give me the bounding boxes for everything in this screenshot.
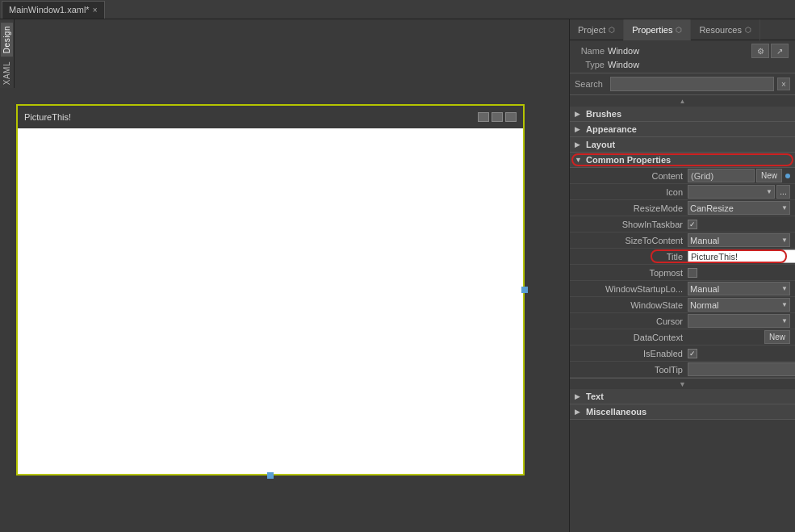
cursor-dropdown[interactable]: ▼ — [688, 314, 790, 328]
prop-row-title: Title — [570, 249, 795, 265]
tab-project-icon: ⬡ — [609, 26, 615, 34]
showintaskbar-value-area — [688, 220, 790, 229]
type-value: Window — [608, 60, 789, 69]
windowstate-arrow: ▼ — [781, 301, 788, 308]
cursor-value-area: ▼ — [688, 314, 790, 328]
misc-title: Miscellaneous — [586, 407, 646, 417]
type-label: Type — [576, 60, 605, 69]
section-common-properties[interactable]: ▼ Common Properties — [570, 153, 795, 168]
section-layout[interactable]: ▶ Layout — [570, 137, 795, 153]
windowstate-label: WindowState — [583, 300, 688, 310]
design-window-content — [18, 128, 523, 474]
side-tabs: Design XAML — [0, 19, 15, 88]
tab-mainwindow[interactable]: MainWindow1.xaml* × — [2, 1, 105, 19]
content-value: (Grid) — [688, 169, 755, 182]
content-value-area: (Grid) New — [688, 169, 790, 182]
section-miscellaneous[interactable]: ▶ Miscellaneous — [570, 404, 795, 420]
layout-arrow: ▶ — [575, 140, 583, 149]
content-label: Content — [583, 171, 688, 181]
title-label: Title — [583, 252, 688, 262]
sizetocontent-label: SizeToContent — [583, 236, 688, 245]
resizemode-value-area: CanResize ▼ — [688, 201, 790, 215]
name-icon-btn1[interactable]: ⚙ — [751, 44, 769, 58]
right-panel: Project ⬡ Properties ⬡ Resources ⬡ Name … — [569, 19, 795, 532]
windowstartuplo-dropdown[interactable]: Manual ▼ — [688, 282, 790, 295]
window-close-button[interactable] — [505, 112, 517, 122]
canvas-area: Design XAML PictureThis! — [0, 19, 569, 532]
datacontext-new-button[interactable]: New — [764, 330, 790, 344]
panel-tabs: Project ⬡ Properties ⬡ Resources ⬡ — [570, 19, 795, 40]
tab-properties[interactable]: Properties ⬡ — [624, 19, 691, 40]
resize-handle-bottom[interactable] — [267, 472, 274, 479]
common-props-title: Common Properties — [586, 155, 671, 165]
tab-resources-icon: ⬡ — [745, 26, 751, 34]
section-text[interactable]: ▶ Text — [570, 389, 795, 404]
resizemode-dropdown[interactable]: CanResize ▼ — [688, 201, 790, 215]
prop-row-datacontext: DataContext New — [570, 329, 795, 346]
scroll-down-button[interactable]: ▼ — [570, 378, 795, 389]
section-brushes[interactable]: ▶ Brushes — [570, 107, 795, 122]
topmost-checkbox[interactable] — [688, 268, 697, 278]
icon-dropdown[interactable]: ▼ — [688, 185, 775, 199]
windowstate-dropdown[interactable]: Normal ▼ — [688, 298, 790, 312]
prop-row-windowstate: WindowState Normal ▼ — [570, 297, 795, 313]
cursor-label: Cursor — [583, 316, 688, 326]
name-icons: ⚙ ↗ — [751, 44, 789, 58]
resizemode-arrow: ▼ — [781, 204, 788, 212]
name-icon-btn2[interactable]: ↗ — [771, 44, 789, 58]
isenabled-value-area — [688, 349, 790, 358]
main-area: Design XAML PictureThis! — [0, 19, 795, 532]
icon-dropdown-arrow: ▼ — [766, 188, 772, 195]
appearance-arrow: ▶ — [575, 125, 583, 133]
tooltip-value-area — [688, 362, 795, 376]
resize-handle-right[interactable] — [521, 287, 528, 293]
window-maximize-button[interactable] — [492, 112, 503, 122]
prop-row-content: Content (Grid) New — [570, 168, 795, 184]
tooltip-label: ToolTip — [583, 365, 688, 375]
windowstartuplo-arrow: ▼ — [781, 285, 788, 292]
tab-project[interactable]: Project ⬡ — [570, 19, 624, 40]
topmost-label: Topmost — [583, 268, 688, 278]
tab-close-button[interactable]: × — [93, 6, 98, 15]
content-dot[interactable] — [785, 174, 790, 178]
sizetocontent-dropdown[interactable]: Manual ▼ — [688, 233, 790, 247]
layout-title: Layout — [586, 140, 615, 149]
tab-resources-label: Resources — [699, 25, 742, 35]
search-clear-button[interactable]: × — [777, 77, 790, 90]
showintaskbar-checkbox[interactable] — [688, 220, 697, 229]
content-new-button[interactable]: New — [756, 169, 782, 182]
title-value-area — [688, 249, 795, 263]
prop-row-isenabled: IsEnabled — [570, 346, 795, 362]
windowstate-value: Normal — [690, 300, 718, 310]
tab-properties-label: Properties — [632, 25, 672, 35]
common-props-arrow: ▼ — [575, 156, 583, 164]
sidebar-item-design[interactable]: Design — [1, 23, 13, 57]
design-window-titlebar: PictureThis! — [18, 106, 523, 128]
prop-row-resizemode: ResizeMode CanResize ▼ — [570, 200, 795, 216]
search-area: Search × — [570, 73, 795, 95]
prop-row-windowstartuplo: WindowStartupLo... Manual ▼ — [570, 281, 795, 297]
tab-properties-icon: ⬡ — [676, 26, 682, 34]
tooltip-input[interactable] — [688, 362, 795, 376]
prop-row-showintaskbar: ShowInTaskbar — [570, 216, 795, 232]
windowstartuplo-value-area: Manual ▼ — [688, 282, 790, 295]
scroll-up-indicator[interactable]: ▲ — [570, 95, 795, 107]
section-appearance[interactable]: ▶ Appearance — [570, 122, 795, 137]
properties-scroll[interactable]: ▶ Brushes ▶ Appearance ▶ Layout ▼ Common… — [570, 107, 795, 532]
prop-row-topmost: Topmost — [570, 265, 795, 281]
canvas-scroll-area[interactable]: PictureThis! — [0, 88, 569, 532]
sidebar-item-xaml[interactable]: XAML — [1, 58, 13, 88]
prop-row-tooltip: ToolTip — [570, 362, 795, 378]
search-input[interactable] — [610, 77, 774, 91]
window-minimize-button[interactable] — [478, 112, 489, 122]
isenabled-checkbox[interactable] — [688, 349, 697, 358]
icon-button[interactable]: ... — [776, 185, 790, 199]
cursor-arrow: ▼ — [781, 317, 788, 325]
prop-row-sizetocontent: SizeToContent Manual ▼ — [570, 232, 795, 249]
tab-resources[interactable]: Resources ⬡ — [691, 19, 760, 40]
brushes-arrow: ▶ — [575, 110, 583, 118]
appearance-title: Appearance — [586, 124, 637, 134]
misc-arrow: ▶ — [575, 408, 583, 416]
text-arrow: ▶ — [575, 392, 583, 400]
title-input[interactable] — [688, 249, 795, 263]
